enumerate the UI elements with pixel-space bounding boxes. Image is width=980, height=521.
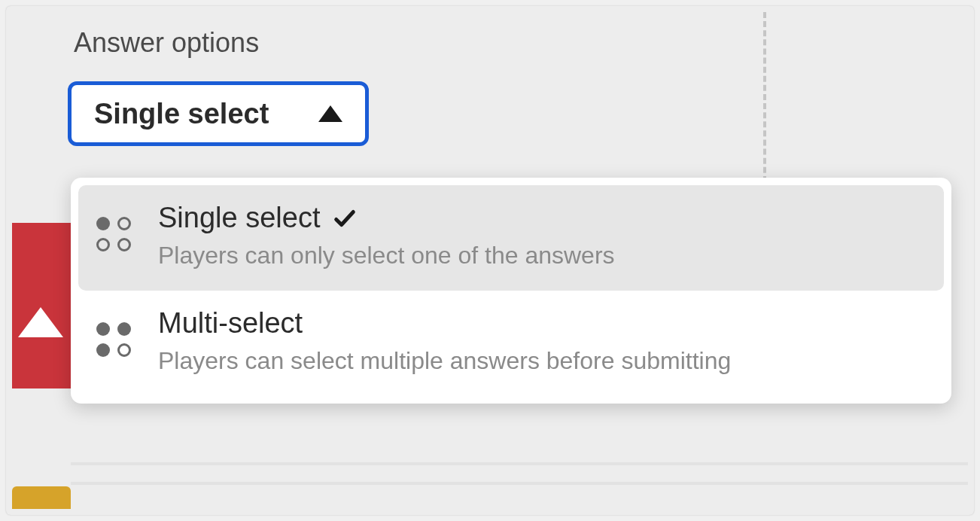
dropdown-selected-label: Single select (94, 98, 269, 130)
single-select-icon (96, 217, 134, 254)
option-title: Single select (158, 202, 320, 234)
multi-select-icon (96, 322, 134, 360)
background-line (71, 482, 968, 485)
background-amber-block (12, 486, 71, 509)
option-description: Players can select multiple answers befo… (158, 347, 731, 375)
section-title: Answer options (74, 27, 259, 59)
settings-panel: Answer options Single select Single sele… (6, 6, 974, 515)
option-multi-select[interactable]: Multi-select Players can select multiple… (78, 291, 944, 396)
check-icon (332, 206, 358, 231)
dropdown-menu: Single select Players can only select on… (71, 178, 951, 404)
background-line (71, 462, 968, 465)
background-triangle-icon (18, 307, 63, 337)
option-text: Single select Players can only select on… (158, 202, 615, 270)
option-single-select[interactable]: Single select Players can only select on… (78, 185, 944, 291)
caret-up-icon (318, 105, 342, 122)
option-title: Multi-select (158, 307, 303, 340)
option-description: Players can only select one of the answe… (158, 242, 615, 270)
vertical-divider (763, 12, 766, 191)
option-text: Multi-select Players can select multiple… (158, 307, 731, 375)
answer-options-dropdown[interactable]: Single select (68, 81, 369, 146)
background-red-block (12, 223, 71, 388)
